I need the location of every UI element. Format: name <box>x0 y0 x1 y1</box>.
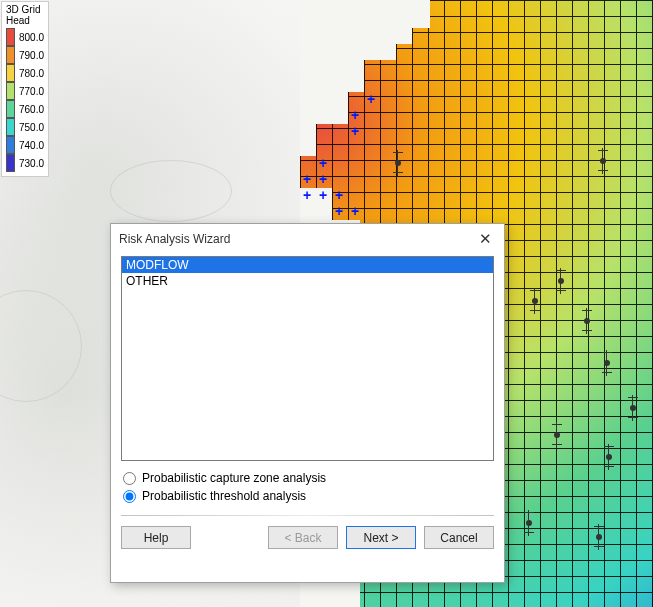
well-marker <box>526 520 532 526</box>
boundary-plus-icon: + <box>350 206 360 216</box>
legend-row: 770.0 <box>6 82 44 100</box>
boundary-plus-icon: + <box>350 110 360 120</box>
well-marker <box>558 278 564 284</box>
legend-value: 730.0 <box>19 158 44 169</box>
radio-threshold[interactable]: Probabilistic threshold analysis <box>123 489 492 503</box>
back-button[interactable]: < Back <box>268 526 338 549</box>
legend-title: 3D Grid Head <box>6 4 44 26</box>
legend-value: 780.0 <box>19 68 44 79</box>
legend-row: 780.0 <box>6 64 44 82</box>
risk-analysis-wizard-dialog: Risk Analysis Wizard ✕ MODFLOWOTHER Prob… <box>110 223 505 583</box>
legend-value: 770.0 <box>19 86 44 97</box>
help-button[interactable]: Help <box>121 526 191 549</box>
cancel-button[interactable]: Cancel <box>424 526 494 549</box>
well-marker <box>554 432 560 438</box>
well-marker <box>596 534 602 540</box>
well-marker <box>395 160 401 166</box>
legend-row: 730.0 <box>6 154 44 172</box>
radio-capture-zone-label: Probabilistic capture zone analysis <box>142 471 326 485</box>
listbox-option[interactable]: MODFLOW <box>122 257 493 273</box>
legend-row: 760.0 <box>6 100 44 118</box>
legend-swatch <box>6 136 15 154</box>
legend-value: 750.0 <box>19 122 44 133</box>
legend-swatch <box>6 118 15 136</box>
boundary-plus-icon: + <box>334 190 344 200</box>
boundary-plus-icon: + <box>366 94 376 104</box>
legend-value: 790.0 <box>19 50 44 61</box>
legend-value: 800.0 <box>19 32 44 43</box>
legend-row: 750.0 <box>6 118 44 136</box>
dialog-title: Risk Analysis Wizard <box>119 232 230 246</box>
well-marker <box>630 405 636 411</box>
legend-swatch <box>6 46 15 64</box>
boundary-plus-icon: + <box>318 190 328 200</box>
boundary-plus-icon: + <box>302 190 312 200</box>
listbox-option[interactable]: OTHER <box>122 273 493 289</box>
well-marker <box>532 298 538 304</box>
legend-value: 740.0 <box>19 140 44 151</box>
analysis-type-radiogroup: Probabilistic capture zone analysis Prob… <box>123 471 492 503</box>
radio-capture-zone-input[interactable] <box>123 472 136 485</box>
legend-swatch <box>6 82 15 100</box>
radio-threshold-label: Probabilistic threshold analysis <box>142 489 306 503</box>
legend-row: 740.0 <box>6 136 44 154</box>
boundary-plus-icon: + <box>318 174 328 184</box>
separator <box>121 515 494 516</box>
legend-swatch <box>6 154 15 172</box>
boundary-plus-icon: + <box>334 206 344 216</box>
close-button[interactable]: ✕ <box>475 230 496 248</box>
legend-value: 760.0 <box>19 104 44 115</box>
well-marker <box>606 454 612 460</box>
boundary-plus-icon: + <box>302 174 312 184</box>
next-button[interactable]: Next > <box>346 526 416 549</box>
model-listbox[interactable]: MODFLOWOTHER <box>121 256 494 461</box>
legend-swatch <box>6 28 15 46</box>
legend-row: 800.0 <box>6 28 44 46</box>
well-marker <box>600 158 606 164</box>
boundary-plus-icon: + <box>350 126 360 136</box>
legend-swatch <box>6 64 15 82</box>
radio-threshold-input[interactable] <box>123 490 136 503</box>
radio-capture-zone[interactable]: Probabilistic capture zone analysis <box>123 471 492 485</box>
legend-swatch <box>6 100 15 118</box>
boundary-plus-icon: + <box>318 158 328 168</box>
close-icon: ✕ <box>479 230 492 247</box>
well-marker <box>584 318 590 324</box>
well-marker <box>604 360 610 366</box>
legend: 3D Grid Head 800.0790.0780.0770.0760.075… <box>1 1 49 177</box>
legend-row: 790.0 <box>6 46 44 64</box>
